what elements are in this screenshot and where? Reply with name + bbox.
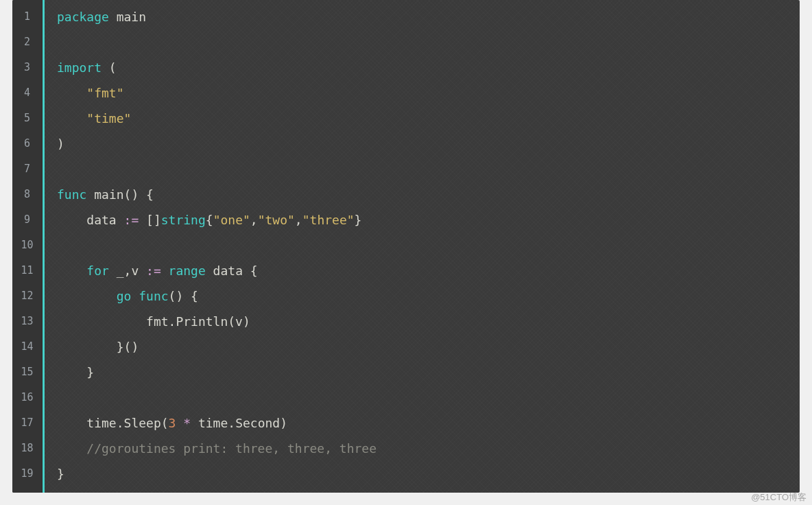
line-number: 16 xyxy=(12,385,42,410)
code-line: "time" xyxy=(57,106,377,131)
code-line: package main xyxy=(57,4,377,30)
keyword-func: func xyxy=(57,187,86,202)
space xyxy=(176,416,183,430)
code-block: 1 2 3 4 5 6 7 8 9 10 11 12 13 14 15 16 1… xyxy=(12,0,800,493)
line-number: 11 xyxy=(12,258,42,283)
line-number: 9 xyxy=(12,207,42,233)
punctuation: { xyxy=(206,213,213,227)
keyword-package: package xyxy=(57,10,109,24)
short-assign: := xyxy=(124,213,139,227)
call-expr: fmt.Println(v) xyxy=(146,314,250,329)
identifier: main xyxy=(109,10,146,24)
keyword-go: go xyxy=(117,289,132,303)
code-content: package main import ( "fmt" "time" ) fun… xyxy=(45,0,389,493)
indent xyxy=(57,441,86,456)
func-name: main xyxy=(94,187,123,202)
indent xyxy=(57,365,86,379)
line-number: 5 xyxy=(12,106,42,131)
code-line: }() xyxy=(57,334,377,360)
code-line: fmt.Println(v) xyxy=(57,309,377,334)
keyword-import: import xyxy=(57,60,102,75)
call-expr: time.Sleep( xyxy=(86,416,168,430)
indent xyxy=(57,111,86,126)
string-literal: "three" xyxy=(302,213,355,227)
line-number: 14 xyxy=(12,334,42,360)
line-number: 19 xyxy=(12,461,42,486)
line-number: 10 xyxy=(12,233,42,258)
space xyxy=(86,187,94,202)
code-line: import ( xyxy=(57,55,377,80)
punctuation: [] xyxy=(146,213,161,227)
watermark: @51CTO博客 xyxy=(751,491,807,504)
line-number: 6 xyxy=(12,131,42,156)
line-number: 1 xyxy=(12,4,42,30)
identifier: data xyxy=(86,213,123,227)
line-number: 18 xyxy=(12,436,42,461)
keyword-func: func xyxy=(139,289,168,303)
punctuation: } xyxy=(355,213,362,227)
number-literal: 3 xyxy=(169,416,176,430)
code-line xyxy=(57,233,377,258)
indent xyxy=(57,340,117,354)
line-number: 3 xyxy=(12,55,42,80)
code-line: time.Sleep(3 * time.Second) xyxy=(57,410,377,436)
space xyxy=(139,213,146,227)
punctuation: } xyxy=(57,467,64,481)
code-line: "fmt" xyxy=(57,80,377,106)
keyword-for: for xyxy=(86,263,109,278)
comment: //goroutines print: three, three, three xyxy=(86,441,377,456)
string-literal: "one" xyxy=(213,213,250,227)
line-number: 2 xyxy=(12,30,42,55)
indent xyxy=(57,416,86,430)
identifier: time.Second) xyxy=(191,416,287,430)
line-number: 8 xyxy=(12,182,42,207)
identifier: _,v xyxy=(109,263,146,278)
indent xyxy=(57,289,117,303)
indent xyxy=(57,314,146,329)
code-line: ) xyxy=(57,131,377,156)
line-number: 13 xyxy=(12,309,42,334)
punctuation: , xyxy=(295,213,302,227)
string-literal: "time" xyxy=(86,111,131,126)
line-number-gutter: 1 2 3 4 5 6 7 8 9 10 11 12 13 14 15 16 1… xyxy=(12,0,43,493)
indent xyxy=(57,213,86,227)
line-number: 17 xyxy=(12,410,42,436)
code-line: data := []string{"one","two","three"} xyxy=(57,207,377,233)
line-number: 4 xyxy=(12,80,42,106)
code-line: go func() { xyxy=(57,283,377,309)
line-number: 15 xyxy=(12,360,42,385)
punctuation: } xyxy=(86,365,94,379)
indent xyxy=(57,263,86,278)
type-string: string xyxy=(161,213,206,227)
indent xyxy=(57,86,86,100)
keyword-range: range xyxy=(169,263,206,278)
code-line: } xyxy=(57,461,377,486)
punctuation: () { xyxy=(169,289,198,303)
line-number: 7 xyxy=(12,156,42,182)
punctuation: ( xyxy=(102,60,117,75)
identifier: data { xyxy=(206,263,258,278)
code-line: //goroutines print: three, three, three xyxy=(57,436,377,461)
punctuation: , xyxy=(250,213,258,227)
punctuation: ) xyxy=(57,137,64,151)
code-line xyxy=(57,385,377,410)
space xyxy=(161,263,169,278)
code-line: } xyxy=(57,360,377,385)
space xyxy=(131,289,139,303)
code-line xyxy=(57,156,377,182)
punctuation: () { xyxy=(124,187,154,202)
short-assign: := xyxy=(146,263,161,278)
code-line: func main() { xyxy=(57,182,377,207)
code-line: for _,v := range data { xyxy=(57,258,377,283)
string-literal: "fmt" xyxy=(86,86,123,100)
code-line xyxy=(57,30,377,55)
operator-star: * xyxy=(183,416,191,430)
line-number: 12 xyxy=(12,283,42,309)
string-literal: "two" xyxy=(258,213,295,227)
punctuation: }() xyxy=(117,340,139,354)
